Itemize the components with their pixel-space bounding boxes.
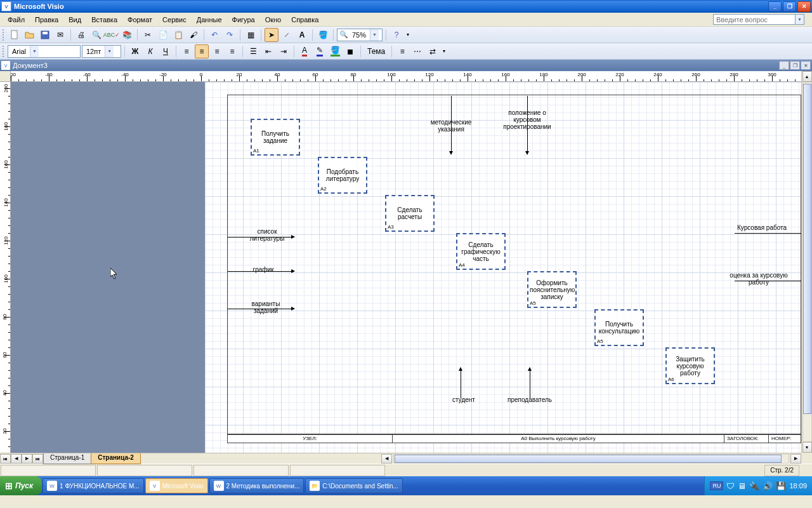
toolbar-overflow[interactable]: ▾	[405, 28, 411, 42]
pointer-tool[interactable]: ➤	[265, 28, 278, 42]
shapes-window-button[interactable]: ▦	[244, 28, 258, 42]
menu-tools[interactable]: Сервис	[157, 15, 192, 25]
theme-button[interactable]: Тема	[364, 44, 388, 58]
menu-file[interactable]: Файл	[3, 15, 30, 25]
drawing-page[interactable]: методические указания положение о курсов…	[205, 82, 801, 453]
line-ends-button[interactable]: ⇄	[426, 44, 440, 58]
taskbar-item-active[interactable]: VMicrosoft Visio	[145, 478, 208, 493]
text-tool[interactable]: A	[295, 28, 309, 42]
vertical-ruler[interactable]: 20018016014012010080604020	[0, 82, 11, 453]
font-color-button[interactable]: A	[298, 44, 311, 58]
open-button[interactable]	[23, 28, 37, 42]
paste-button[interactable]: 📋	[171, 28, 185, 42]
redo-button[interactable]: ↷	[223, 28, 237, 42]
menu-insert[interactable]: Вставка	[86, 15, 122, 25]
format-painter-button[interactable]: 🖌	[187, 28, 200, 42]
tab-next-button[interactable]: ▶	[22, 454, 32, 464]
zoom-select[interactable]: 🔍 75%▼	[337, 29, 383, 41]
menu-edit[interactable]: Правка	[30, 15, 63, 25]
page-tab-1[interactable]: Страница-1	[43, 453, 91, 464]
line-weight-button[interactable]: ≡	[395, 44, 409, 58]
taskbar-item[interactable]: W2 Методика выполнени...	[209, 478, 304, 493]
tray-icon[interactable]: 🔊	[763, 481, 773, 491]
clock[interactable]: 18:09	[789, 482, 807, 490]
align-left-button[interactable]: ≡	[180, 44, 193, 58]
spellcheck-button[interactable]: ABC✓	[105, 28, 119, 42]
ruler-corner[interactable]	[0, 71, 11, 82]
line-color-button[interactable]: ✎	[313, 44, 327, 58]
save-button[interactable]	[38, 28, 52, 42]
research-button[interactable]: 📚	[120, 28, 134, 42]
bullets-button[interactable]: ☰	[246, 44, 260, 58]
scroll-up-button[interactable]: ▲	[802, 71, 812, 82]
toolbar-handle[interactable]	[3, 29, 4, 41]
scroll-down-button[interactable]: ▼	[802, 442, 812, 453]
node-a5b[interactable]: Получить консультациюA5	[594, 309, 644, 346]
tray-icon[interactable]: 🖥	[738, 481, 746, 491]
help-search-dropdown[interactable]: ▼	[796, 14, 804, 25]
horizontal-scrollbar[interactable]: ⏮ ◀ ▶ ⏭ Страница-1 Страница-2 ◀ ▶	[0, 453, 801, 464]
page-tab-2[interactable]: Страница-2	[91, 453, 141, 464]
copy-button[interactable]: 📄	[156, 28, 170, 42]
restore-button[interactable]: ❐	[783, 1, 796, 12]
tab-first-button[interactable]: ⏮	[0, 454, 11, 464]
doc-minimize-button[interactable]: _	[779, 61, 789, 70]
statusbar: Стр. 2/2	[0, 464, 812, 476]
canvas[interactable]: методические указания положение о курсов…	[11, 82, 801, 453]
line-pattern-button[interactable]: ⋯	[410, 44, 424, 58]
taskbar-item[interactable]: W1 ФУНКЦИОНАЛЬНОЕ М...	[43, 478, 144, 493]
toolbar-overflow[interactable]: ▾	[441, 44, 447, 58]
tray-icon[interactable]: 🔌	[749, 481, 759, 491]
menu-help[interactable]: Справка	[286, 15, 324, 25]
menu-data[interactable]: Данные	[192, 15, 227, 25]
help-search-input[interactable]	[713, 14, 796, 25]
fill-color-button[interactable]: 🪣	[328, 44, 342, 58]
doc-restore-button[interactable]: ❐	[790, 61, 800, 70]
node-a1[interactable]: Получить заданиеA1	[251, 119, 300, 156]
scroll-left-button[interactable]: ◀	[381, 454, 392, 464]
node-a5[interactable]: Оформить пояснительную запискуA5	[527, 271, 577, 308]
horizontal-ruler[interactable]: -100-80-60-40-20020406080100120140160180…	[11, 71, 801, 82]
taskbar-item[interactable]: 📁C:\Documents and Settin...	[305, 478, 403, 493]
preview-button[interactable]: 🔍	[89, 28, 103, 42]
node-a3[interactable]: Сделать расчетыA3	[385, 195, 435, 232]
menu-view[interactable]: Вид	[63, 15, 86, 25]
bold-button[interactable]: Ж	[128, 44, 142, 58]
size-select[interactable]: 12пт▼	[82, 45, 121, 58]
align-justify-button[interactable]: ≡	[225, 44, 239, 58]
align-right-button[interactable]: ≡	[210, 44, 224, 58]
underline-button[interactable]: Ч	[159, 44, 173, 58]
tab-last-button[interactable]: ⏭	[32, 454, 43, 464]
indent-dec-button[interactable]: ⇤	[261, 44, 275, 58]
print-button[interactable]: 🖨	[74, 28, 88, 42]
align-center-button[interactable]: ≡	[195, 44, 209, 58]
doc-close-button[interactable]: ✕	[801, 61, 811, 70]
cut-button[interactable]: ✂	[141, 28, 155, 42]
undo-button[interactable]: ↶	[207, 28, 221, 42]
new-button[interactable]	[8, 28, 22, 42]
start-button[interactable]: Пуск	[0, 476, 42, 495]
tray-icon[interactable]: 💾	[776, 481, 786, 491]
menu-format[interactable]: Формат	[122, 15, 157, 25]
minimize-button[interactable]: _	[768, 1, 782, 12]
menu-shape[interactable]: Фигура	[227, 15, 260, 25]
mail-button[interactable]: ✉	[53, 28, 67, 42]
indent-inc-button[interactable]: ⇥	[277, 44, 291, 58]
font-select[interactable]: Arial▼	[8, 45, 81, 58]
node-a6[interactable]: Защитить курсовую работуA6	[665, 347, 715, 384]
menu-window[interactable]: Окно	[260, 15, 287, 25]
toolbar-handle[interactable]	[3, 46, 4, 57]
shadow-button[interactable]: ◼	[343, 44, 357, 58]
scroll-right-button[interactable]: ▶	[790, 454, 801, 464]
node-a4[interactable]: Сделать графическую частьA4	[456, 233, 506, 270]
fill-tool[interactable]: 🪣	[316, 28, 330, 42]
connector-tool[interactable]: ⟋	[280, 28, 294, 42]
help-button[interactable]: ?	[390, 28, 403, 42]
vertical-scrollbar[interactable]: ▲ ▼	[801, 71, 812, 453]
language-indicator[interactable]: RU	[710, 481, 723, 490]
node-a2[interactable]: Подобрать литературуA2	[318, 157, 367, 194]
italic-button[interactable]: К	[143, 44, 157, 58]
tray-icon[interactable]: 🛡	[726, 481, 735, 491]
tab-prev-button[interactable]: ◀	[11, 454, 22, 464]
close-button[interactable]: ✕	[797, 1, 811, 12]
